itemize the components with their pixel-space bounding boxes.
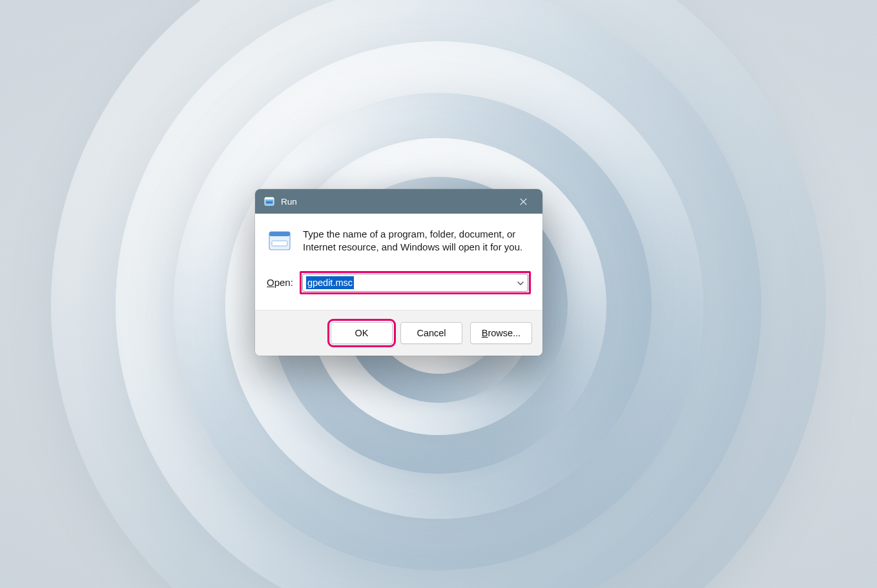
run-icon <box>264 196 274 207</box>
titlebar[interactable]: Run <box>255 189 542 214</box>
browse-button[interactable]: Browse... <box>470 322 532 344</box>
close-button[interactable] <box>509 189 537 214</box>
browse-button-label: Browse... <box>482 328 521 338</box>
svg-rect-4 <box>269 232 290 236</box>
run-dialog: Run Type the name of a program, folder, … <box>255 189 542 356</box>
open-label: Open: <box>267 277 293 288</box>
open-row: Open: gpedit.msc <box>255 270 542 310</box>
dialog-footer: OK Cancel Browse... <box>255 310 542 356</box>
open-input-highlight: gpedit.msc <box>300 271 531 294</box>
run-app-icon <box>268 229 291 252</box>
ok-button-label: OK <box>355 328 369 338</box>
dialog-title: Run <box>281 197 509 207</box>
dialog-description: Type the name of a program, folder, docu… <box>303 228 530 254</box>
ok-button[interactable]: OK <box>331 322 393 344</box>
svg-rect-1 <box>265 198 274 199</box>
open-input[interactable]: gpedit.msc <box>302 274 528 292</box>
close-icon <box>520 198 527 205</box>
dialog-body: Type the name of a program, folder, docu… <box>255 214 542 270</box>
svg-rect-2 <box>266 201 273 203</box>
cancel-button[interactable]: Cancel <box>400 322 462 344</box>
cancel-button-label: Cancel <box>417 328 446 338</box>
chevron-down-icon[interactable] <box>517 278 524 287</box>
svg-rect-5 <box>272 241 287 246</box>
open-input-value: gpedit.msc <box>306 276 354 289</box>
